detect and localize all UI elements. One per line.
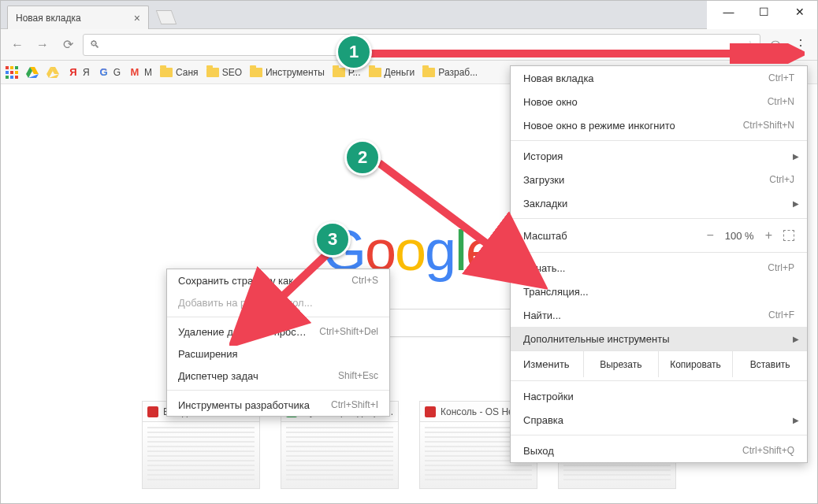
menu-bookmarks[interactable]: Закладки▶ bbox=[511, 191, 807, 215]
favicon-icon bbox=[147, 406, 158, 417]
submenu-devtools[interactable]: Инструменты разработчикаCtrl+Shift+I bbox=[167, 394, 389, 416]
more-tools-submenu: Сохранить страницу как...Ctrl+S Добавить… bbox=[166, 269, 390, 417]
menu-incognito[interactable]: Новое окно в режиме инкогнитоCtrl+Shift+… bbox=[511, 113, 807, 137]
menu-exit[interactable]: ВыходCtrl+Shift+Q bbox=[511, 439, 807, 462]
tile-thumbnail bbox=[142, 421, 260, 489]
chevron-right-icon: ▶ bbox=[793, 335, 799, 343]
submenu-add-desktop[interactable]: Добавить на рабочий стол... bbox=[167, 291, 389, 313]
annotation-1: 1 bbox=[336, 34, 372, 70]
folder-icon bbox=[369, 68, 381, 77]
bookmark-item[interactable]: SEO bbox=[206, 67, 242, 78]
close-window-button[interactable]: ✕ bbox=[782, 1, 817, 23]
bookmark-item[interactable]: Саня bbox=[160, 67, 199, 78]
favicon-icon: Я bbox=[67, 66, 80, 79]
browser-tab[interactable]: Новая вкладка × bbox=[7, 6, 149, 29]
folder-icon bbox=[422, 68, 435, 77]
bookmark-label: G bbox=[113, 67, 121, 78]
tab-close-icon[interactable]: × bbox=[134, 12, 140, 24]
favicon-icon bbox=[46, 66, 59, 79]
menu-edit-label: Изменить bbox=[511, 358, 583, 370]
folder-icon bbox=[206, 68, 219, 77]
bookmark-item[interactable]: ЯЯ bbox=[67, 66, 90, 79]
bookmark-label: M bbox=[144, 67, 152, 78]
tab-strip: Новая вкладка × bbox=[1, 1, 707, 29]
favicon-icon: G bbox=[98, 66, 110, 79]
bookmark-item[interactable]: Разраб... bbox=[422, 67, 478, 78]
bookmark-item[interactable]: Инструменты bbox=[250, 67, 325, 78]
favicon-icon bbox=[425, 406, 436, 417]
bookmark-label: Инструменты bbox=[266, 67, 325, 78]
apps-icon bbox=[6, 66, 18, 79]
menu-paste[interactable]: Вставить bbox=[732, 351, 807, 377]
menu-more-tools[interactable]: Дополнительные инструменты▶ bbox=[511, 327, 807, 350]
bookmark-label: SEO bbox=[222, 67, 242, 78]
annotation-3: 3 bbox=[314, 221, 351, 258]
bookmark-label: Разраб... bbox=[438, 67, 478, 78]
zoom-out-button[interactable]: − bbox=[706, 228, 713, 243]
tile-thumbnail bbox=[281, 421, 399, 489]
zoom-value: 100 % bbox=[725, 230, 754, 242]
favicon-icon: M bbox=[128, 66, 141, 79]
chevron-right-icon: ▶ bbox=[793, 152, 799, 161]
bookmark-star-icon[interactable]: ☆ bbox=[745, 39, 755, 50]
reload-button[interactable]: ⟳ bbox=[58, 35, 78, 55]
chrome-main-menu: Новая вкладкаCtrl+T Новое окноCtrl+N Нов… bbox=[510, 65, 808, 463]
bookmark-item[interactable] bbox=[26, 66, 39, 79]
tab-title: Новая вкладка bbox=[16, 13, 81, 24]
menu-cut[interactable]: Вырезать bbox=[583, 351, 658, 377]
submenu-extensions[interactable]: Расширения bbox=[167, 343, 389, 365]
bookmark-label: Деньги bbox=[385, 67, 415, 78]
bookmark-item[interactable] bbox=[46, 66, 59, 79]
folder-icon bbox=[333, 68, 345, 77]
minimize-button[interactable]: — bbox=[711, 1, 746, 23]
annotation-2: 2 bbox=[344, 139, 381, 176]
extension-icon[interactable]: ◒ bbox=[765, 35, 786, 55]
favicon-icon bbox=[26, 66, 39, 79]
chevron-right-icon: ▶ bbox=[793, 416, 799, 424]
submenu-clear-data[interactable]: Удаление данных о просмотренных страница… bbox=[167, 321, 389, 343]
menu-copy[interactable]: Копировать bbox=[658, 351, 733, 377]
bookmark-label: Саня bbox=[176, 67, 199, 78]
chevron-right-icon: ▶ bbox=[793, 199, 799, 208]
new-tab-button[interactable] bbox=[156, 10, 177, 24]
folder-icon bbox=[160, 68, 173, 77]
menu-settings[interactable]: Настройки bbox=[511, 384, 807, 408]
menu-find[interactable]: Найти...Ctrl+F bbox=[511, 303, 807, 327]
menu-edit-row: Изменить Вырезать Копировать Вставить bbox=[511, 350, 807, 377]
menu-print[interactable]: Печать...Ctrl+P bbox=[511, 256, 807, 280]
zoom-in-button[interactable]: + bbox=[765, 228, 772, 243]
menu-help[interactable]: Справка▶ bbox=[511, 408, 807, 432]
window-controls: — ☐ ✕ bbox=[711, 1, 817, 23]
maximize-button[interactable]: ☐ bbox=[746, 1, 782, 23]
chrome-window: Василий — ☐ ✕ Новая вкладка × ← → ⟳ 🔍︎ ☆… bbox=[0, 0, 818, 504]
fullscreen-icon[interactable] bbox=[783, 230, 794, 241]
menu-downloads[interactable]: ЗагрузкиCtrl+J bbox=[511, 168, 807, 191]
bookmark-item[interactable]: MM bbox=[128, 66, 152, 79]
menu-history[interactable]: История▶ bbox=[511, 144, 807, 168]
folder-icon bbox=[250, 68, 262, 77]
menu-new-tab[interactable]: Новая вкладкаCtrl+T bbox=[511, 66, 807, 90]
submenu-task-manager[interactable]: Диспетчер задачShift+Esc bbox=[167, 365, 389, 387]
forward-button[interactable]: → bbox=[32, 35, 53, 55]
address-bar[interactable]: 🔍︎ ☆ bbox=[83, 34, 760, 56]
menu-cast[interactable]: Трансляция... bbox=[511, 280, 807, 303]
menu-new-window[interactable]: Новое окноCtrl+N bbox=[511, 90, 807, 113]
submenu-save-page[interactable]: Сохранить страницу как...Ctrl+S bbox=[167, 269, 389, 291]
back-button[interactable]: ← bbox=[7, 35, 28, 55]
bookmark-item[interactable]: Деньги bbox=[369, 67, 415, 78]
search-icon: 🔍︎ bbox=[90, 39, 100, 50]
bookmark-item[interactable] bbox=[6, 66, 18, 79]
chrome-menu-button[interactable]: ⋮ bbox=[790, 35, 811, 55]
toolbar: ← → ⟳ 🔍︎ ☆ ◒ ⋮ bbox=[1, 29, 817, 61]
menu-zoom: Масштаб − 100 % + bbox=[511, 222, 807, 249]
bookmark-item[interactable]: GG bbox=[98, 66, 121, 79]
bookmark-label: Я bbox=[83, 67, 90, 78]
